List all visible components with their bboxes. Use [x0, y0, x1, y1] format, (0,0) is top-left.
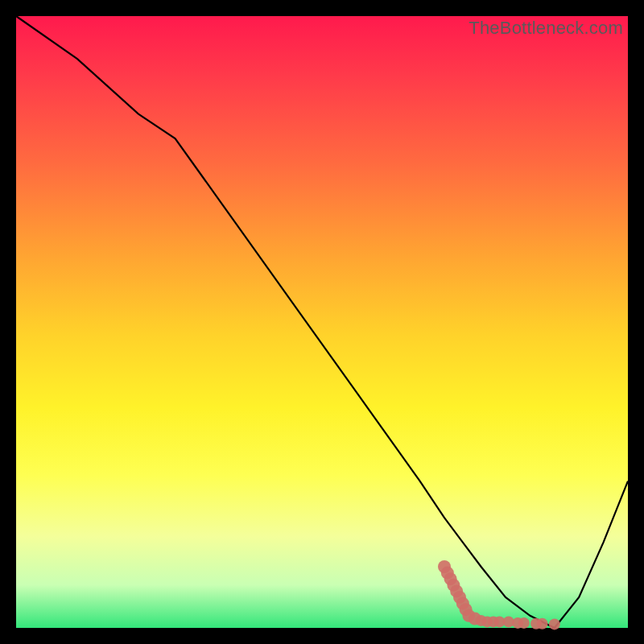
bottleneck-scatter — [16, 16, 628, 628]
bottleneck-scatter-group — [438, 560, 560, 630]
watermark-text: TheBottleneck.com — [469, 18, 623, 39]
chart-frame: TheBottleneck.com — [16, 16, 628, 628]
scatter-point — [518, 617, 530, 629]
scatter-point — [549, 618, 560, 630]
scatter-point — [537, 618, 548, 630]
